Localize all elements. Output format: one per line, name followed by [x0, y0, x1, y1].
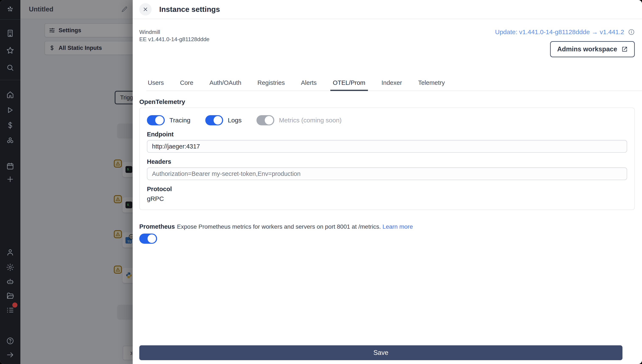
tracing-label: Tracing — [169, 117, 190, 124]
instance-settings-drawer: Instance settings Windmill EE v1.441.0-1… — [133, 0, 642, 364]
workers-robot-icon[interactable] — [6, 277, 15, 286]
sidebar-divider — [0, 19, 20, 20]
expand-arrow-icon[interactable] — [6, 351, 15, 359]
tab-core[interactable]: Core — [179, 79, 195, 90]
external-link-icon — [621, 46, 628, 52]
metrics-switch — [256, 115, 274, 125]
tracing-switch[interactable] — [147, 115, 165, 125]
tab-auth-oauth[interactable]: Auth/OAuth — [208, 79, 243, 90]
drawer-footer: Save — [133, 345, 642, 364]
admins-workspace-button[interactable]: Admins workspace — [550, 41, 635, 57]
windmill-logo-icon[interactable] — [6, 5, 15, 13]
home-icon[interactable] — [6, 90, 15, 99]
tab-registries[interactable]: Registries — [256, 79, 286, 90]
admins-workspace-label: Admins workspace — [557, 46, 617, 53]
workspace-icon[interactable] — [6, 29, 15, 38]
logs-toggle[interactable]: Logs — [205, 115, 242, 125]
tracing-toggle[interactable]: Tracing — [147, 115, 190, 125]
opentelemetry-card: Tracing Logs Metrics (coming soon) Endpo… — [139, 108, 635, 210]
audit-logs-list-icon[interactable] — [6, 306, 15, 314]
drawer-header: Instance settings — [133, 0, 642, 19]
runs-play-icon[interactable] — [6, 106, 15, 114]
close-icon[interactable] — [139, 3, 152, 16]
sidebar — [0, 0, 20, 364]
learn-more-link[interactable]: Learn more — [383, 223, 413, 230]
headers-label: Headers — [147, 158, 627, 165]
app-window: Untitled Settings All Static Inputs Trig… — [0, 0, 642, 364]
tab-indexer[interactable]: Indexer — [380, 79, 403, 90]
prometheus-section: PrometheusExpose Prometheus metrics for … — [139, 223, 635, 230]
opentelemetry-heading: OpenTelemetry — [139, 98, 635, 106]
user-icon[interactable] — [6, 248, 15, 257]
tab-bar: Users Core Auth/OAuth Registries Alerts … — [146, 79, 642, 91]
meta-row: Windmill EE v1.441.0-14-g81128ddde Updat… — [139, 28, 635, 79]
save-button[interactable]: Save — [139, 345, 622, 360]
endpoint-label: Endpoint — [147, 131, 627, 138]
protocol-label: Protocol — [147, 186, 627, 192]
settings-gear-icon[interactable] — [6, 263, 15, 272]
headers-input[interactable] — [147, 167, 627, 180]
endpoint-input[interactable] — [147, 140, 627, 153]
add-plus-icon[interactable] — [6, 175, 15, 184]
info-icon[interactable] — [628, 29, 635, 36]
resources-boxes-icon[interactable] — [6, 136, 15, 145]
prometheus-description: Expose Prometheus metrics for workers an… — [177, 223, 381, 230]
favorites-star-icon[interactable] — [6, 46, 15, 55]
schedules-calendar-icon[interactable] — [6, 162, 15, 170]
prometheus-heading: Prometheus — [139, 223, 175, 230]
help-icon[interactable] — [6, 337, 15, 345]
tab-users[interactable]: Users — [146, 79, 165, 90]
folders-icon[interactable] — [6, 292, 15, 300]
drawer-body: Windmill EE v1.441.0-14-g81128ddde Updat… — [133, 19, 642, 345]
prometheus-switch[interactable] — [139, 234, 157, 244]
notification-dot — [12, 302, 18, 308]
protocol-value: gRPC — [147, 195, 627, 202]
metrics-toggle: Metrics (coming soon) — [256, 115, 342, 125]
metrics-label: Metrics (coming soon) — [279, 117, 342, 124]
tab-otel-prom[interactable]: OTEL/Prom — [332, 79, 367, 90]
drawer-title: Instance settings — [159, 5, 220, 14]
variables-dollar-icon[interactable] — [6, 121, 15, 130]
update-link[interactable]: Update: v1.441.0-14-g81128ddde → v1.441.… — [495, 28, 624, 36]
logs-label: Logs — [228, 117, 242, 124]
tab-alerts[interactable]: Alerts — [299, 79, 318, 90]
tab-telemetry[interactable]: Telemetry — [417, 79, 446, 90]
search-icon[interactable] — [6, 64, 15, 72]
sidebar-divider — [0, 80, 20, 80]
logs-switch[interactable] — [205, 115, 223, 125]
